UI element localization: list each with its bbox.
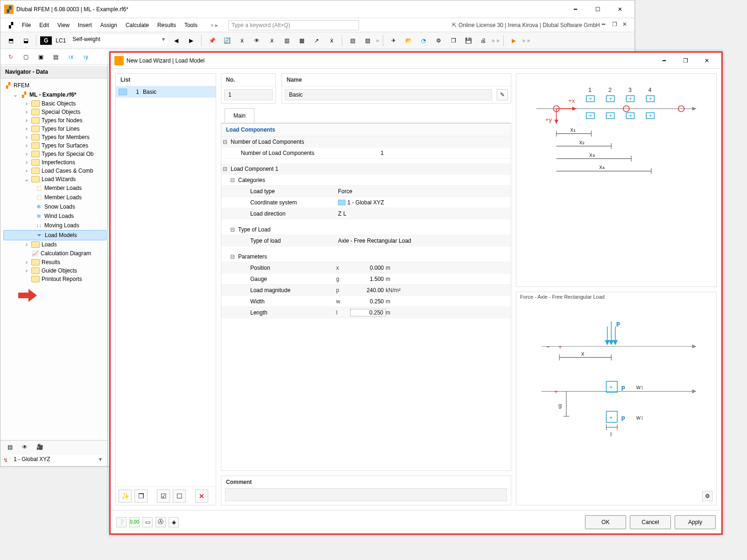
minimize-button[interactable]: ━	[564, 2, 586, 16]
list-new-icon[interactable]: ✨	[119, 490, 132, 503]
prop-type-of-load[interactable]: Type of load Axle - Free Rectangular Loa…	[221, 235, 511, 246]
cancel-button[interactable]: Cancel	[630, 515, 671, 529]
menu-results[interactable]: Results	[154, 20, 180, 30]
name-input[interactable]: Basic	[285, 89, 492, 100]
tree-wizard-item[interactable]: ↓↓Moving Loads	[3, 221, 106, 230]
keyword-search-input[interactable]: Type a keyword (Alt+Q)	[228, 20, 359, 30]
tree-folder[interactable]: 📈Calculation Diagram	[3, 249, 106, 258]
close-button[interactable]: ✕	[609, 2, 631, 16]
tree-load-wizards[interactable]: ⌄Load Wizards	[3, 175, 106, 183]
maximize-button[interactable]: ☐	[587, 2, 608, 16]
nav-tab-views-icon[interactable]: 🎥	[33, 441, 46, 454]
prop-width[interactable]: Width w0.250m	[221, 296, 511, 307]
prop-group-row[interactable]: ⊟Number of Load Components	[221, 136, 511, 147]
nav-tab-data-icon[interactable]: ▤	[3, 441, 16, 454]
tool-send-icon[interactable]: ✈	[387, 34, 400, 47]
tool-print-icon[interactable]: 🖨	[477, 34, 490, 47]
tool2-refresh-icon[interactable]: ↻	[4, 50, 17, 63]
tool-cube-icon[interactable]: ▥	[280, 34, 293, 47]
loadcase-next-icon[interactable]: ▶	[184, 34, 197, 47]
dialog-close-button[interactable]: ✕	[696, 54, 718, 68]
prop-group-row[interactable]: ⊟Categories	[221, 175, 511, 186]
tree-folder[interactable]: ›Guide Objects	[3, 266, 106, 275]
prop-coord-system[interactable]: Coordinate system 1 - Global XYZ	[221, 197, 511, 208]
tree-folder[interactable]: ›Types for Special Ob	[3, 150, 106, 158]
tree-wizard-item[interactable]: ❄Snow Loads	[3, 202, 106, 211]
menu-insert[interactable]: Insert	[74, 20, 96, 30]
tool-panel1-icon[interactable]: ▤	[346, 34, 359, 47]
tool-generic-2-icon[interactable]: ⬓	[19, 34, 32, 47]
list-check-all-icon[interactable]: ☑	[157, 490, 170, 503]
tree-folder[interactable]: Printout Reports	[3, 275, 106, 283]
tool-refresh-icon[interactable]: 🔄	[220, 34, 233, 47]
tool-panel2-icon[interactable]: ▧	[361, 34, 374, 47]
prop-load-direction[interactable]: Load direction ZL	[221, 208, 511, 219]
prop-num-components[interactable]: Number of Load Components 1	[221, 147, 511, 159]
tree-folder[interactable]: ›Special Objects	[3, 108, 106, 116]
tree-wizard-item[interactable]: ⬚Member Loads	[3, 193, 106, 202]
mdi-restore-icon[interactable]: ❐	[612, 21, 620, 29]
dialog-maximize-button[interactable]: ❐	[675, 54, 696, 68]
apply-button[interactable]: Apply	[675, 515, 716, 529]
tool-cloud-icon[interactable]: ◔	[417, 34, 430, 47]
menu-edit[interactable]: Edit	[35, 20, 53, 30]
prop-load-type[interactable]: Load type Force	[221, 186, 511, 197]
tree-folder[interactable]: ›Basic Objects	[3, 99, 106, 108]
dialog-minimize-button[interactable]: ━	[653, 54, 675, 68]
illus-settings-icon[interactable]: ⚙	[702, 491, 712, 501]
toolbar-overflow-3-icon[interactable]: » »	[522, 37, 530, 44]
tool2-cube3-icon[interactable]: ▤	[49, 50, 62, 63]
prop-magnitude[interactable]: Load magnitude p240.00kN/m²	[221, 285, 511, 296]
prop-group-row[interactable]: ⊟Parameters	[221, 251, 511, 262]
tree-folder[interactable]: ›Imperfections	[3, 158, 106, 167]
prop-position[interactable]: Position x0.000m	[221, 262, 511, 273]
tool-save-icon[interactable]: 💾	[462, 34, 475, 47]
tree-wizard-item[interactable]: ≋Wind Loads	[3, 211, 106, 221]
properties-grid[interactable]: Load Components ⊟Number of Load Componen…	[221, 123, 511, 471]
menu-calculate[interactable]: Calculate	[122, 20, 153, 30]
tool2-cube1-icon[interactable]: ▢	[19, 50, 32, 63]
script-icon[interactable]: Ⓐ	[155, 517, 166, 527]
navigator-tree[interactable]: ▞RFEM ⌄▞ML - Example.rf6* ›Basic Objects…	[0, 79, 107, 440]
comment-input[interactable]	[225, 488, 507, 501]
toolbar-overflow-2-icon[interactable]: » »	[492, 37, 500, 44]
list-delete-icon[interactable]: ✕	[195, 490, 208, 503]
loadcase-name-dropdown[interactable]: Self-weight▾	[70, 35, 168, 46]
mdi-minimize-icon[interactable]: ━	[602, 21, 610, 29]
loadcase-selector[interactable]: G LC1 Self-weight▾	[40, 35, 168, 46]
list-body[interactable]: 1 Basic	[116, 86, 216, 486]
list-row[interactable]: 1 Basic	[116, 86, 216, 98]
toolbar-overflow-1-icon[interactable]: »	[376, 37, 379, 44]
mdi-close-icon[interactable]: ✕	[622, 21, 631, 29]
menu-assign[interactable]: Assign	[97, 20, 121, 30]
ok-button[interactable]: OK	[585, 515, 626, 529]
tree-folder[interactable]: ›Load Cases & Comb	[3, 167, 106, 175]
tree-folder[interactable]: ›Types for Lines	[3, 125, 106, 133]
tool-xxx1-icon[interactable]: ẋ	[235, 34, 248, 47]
link-icon[interactable]: ◈	[169, 517, 179, 527]
tool-xxx3-icon[interactable]: ẋ	[325, 34, 338, 47]
list-uncheck-all-icon[interactable]: ☐	[173, 490, 186, 503]
prop-group-row[interactable]: ⊟Type of Load	[221, 224, 511, 235]
tree-root[interactable]: ▞RFEM	[3, 81, 106, 90]
tool-copy-icon[interactable]: ❐	[447, 34, 460, 47]
menu-overflow-icon[interactable]: » ▸	[211, 22, 218, 28]
view-icon[interactable]: ▭	[142, 517, 153, 527]
tree-folder[interactable]: ›Results	[3, 258, 106, 266]
tool-line-icon[interactable]: ↗	[310, 34, 323, 47]
tree-folder[interactable]: ›Types for Nodes	[3, 116, 106, 125]
menu-view[interactable]: View	[54, 20, 73, 30]
tool2-cube2-icon[interactable]: ▣	[34, 50, 47, 63]
tool-select-icon[interactable]: ▶	[507, 34, 521, 47]
tree-folder[interactable]: ›Types for Members	[3, 133, 106, 141]
list-copy-icon[interactable]: ❐	[134, 490, 148, 503]
app-menu-icon[interactable]: ▞	[4, 19, 17, 32]
nav-tab-display-icon[interactable]: 👁	[18, 441, 31, 454]
tool-generic-1-icon[interactable]: ⬒	[4, 34, 17, 47]
prop-gauge[interactable]: Gauge g1.500m	[221, 273, 511, 285]
loadcase-prev-icon[interactable]: ◀	[169, 34, 183, 47]
tool-open-icon[interactable]: 📂	[402, 34, 415, 47]
tool-pin-icon[interactable]: 📌	[205, 34, 218, 47]
tool-xxx2-icon[interactable]: ẋ	[265, 34, 278, 47]
prop-group-row[interactable]: ⊟Load Component 1	[221, 163, 511, 175]
